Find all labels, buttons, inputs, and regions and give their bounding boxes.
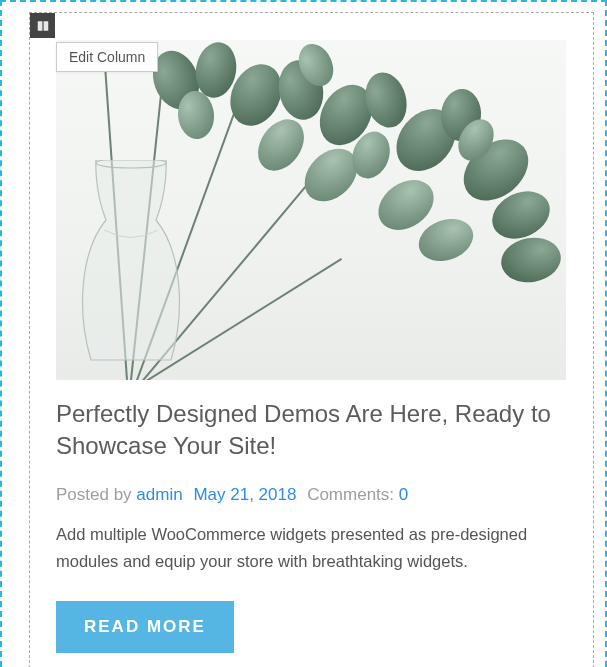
post-meta: Posted by admin May 21, 2018 Comments: 0 xyxy=(56,485,566,505)
svg-point-16 xyxy=(413,212,479,269)
comments-count-link[interactable]: 0 xyxy=(399,485,408,504)
columns-icon xyxy=(36,19,50,33)
posted-by-label: Posted by xyxy=(56,485,132,504)
editor-canvas: Perfectly Designed Demos Are Here, Ready… xyxy=(0,0,607,667)
comments-label: Comments: xyxy=(307,485,394,504)
post-image[interactable] xyxy=(56,40,566,380)
svg-point-10 xyxy=(498,233,565,287)
post-excerpt: Add multiple WooCommerce widgets present… xyxy=(56,521,566,575)
edit-column-tooltip: Edit Column xyxy=(56,42,158,72)
column-widget[interactable]: Perfectly Designed Demos Are Here, Ready… xyxy=(29,12,594,667)
vase-graphic xyxy=(66,160,196,380)
post-title[interactable]: Perfectly Designed Demos Are Here, Ready… xyxy=(56,398,566,463)
read-more-button[interactable]: READ MORE xyxy=(56,601,234,653)
post-card: Perfectly Designed Demos Are Here, Ready… xyxy=(56,40,566,653)
date-link[interactable]: May 21, 2018 xyxy=(193,485,296,504)
author-link[interactable]: admin xyxy=(136,485,182,504)
column-handle-button[interactable] xyxy=(30,13,55,38)
